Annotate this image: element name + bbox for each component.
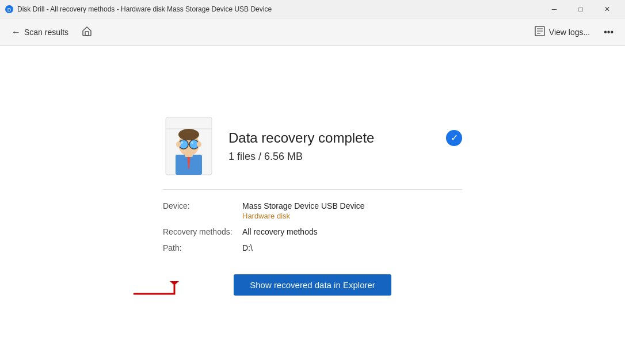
device-label: Device: xyxy=(163,201,238,210)
recovery-methods-label: Recovery methods: xyxy=(163,227,238,236)
device-value: Mass Storage Device USB Device xyxy=(242,201,364,210)
path-label: Path: xyxy=(163,243,238,252)
app-icon: D xyxy=(5,5,14,14)
card-title-section: Data recovery complete ✓ 1 files / 6.56 … xyxy=(228,130,462,163)
details-section: Device: Mass Storage Device USB Device H… xyxy=(163,201,462,252)
svg-text:D: D xyxy=(7,7,12,13)
path-value: D:\ xyxy=(242,243,253,252)
svg-point-19 xyxy=(176,141,181,147)
svg-point-13 xyxy=(178,129,199,140)
window-title: Disk Drill - All recovery methods - Hard… xyxy=(17,5,541,13)
arrow-icon xyxy=(128,271,197,300)
maximize-button[interactable]: □ xyxy=(567,0,594,18)
svg-marker-21 xyxy=(170,281,179,285)
recovery-methods-value: All recovery methods xyxy=(242,227,318,236)
card-header: Data recovery complete ✓ 1 files / 6.56 … xyxy=(163,114,462,190)
recovery-title: Data recovery complete xyxy=(228,130,374,146)
button-section: Show recovered data in Explorer xyxy=(163,274,462,296)
success-check-icon: ✓ xyxy=(446,130,462,146)
main-content: Data recovery complete ✓ 1 files / 6.56 … xyxy=(0,46,625,364)
svg-point-18 xyxy=(191,141,193,144)
toolbar-right: View logs... ••• xyxy=(529,24,618,40)
home-button[interactable] xyxy=(78,22,96,42)
back-button[interactable]: ← Scan results xyxy=(7,25,73,40)
svg-point-17 xyxy=(181,141,183,144)
home-icon xyxy=(81,25,93,39)
more-options-button[interactable]: ••• xyxy=(599,25,618,40)
toolbar: ← Scan results View logs... xyxy=(0,18,625,46)
svg-rect-2 xyxy=(85,32,89,36)
arrow-indicator xyxy=(128,271,197,300)
back-arrow-icon: ← xyxy=(12,27,21,37)
show-explorer-button[interactable]: Show recovered data in Explorer xyxy=(234,274,391,296)
path-row: Path: D:\ xyxy=(163,243,462,252)
recovery-card: Data recovery complete ✓ 1 files / 6.56 … xyxy=(140,97,485,313)
device-row: Device: Mass Storage Device USB Device H… xyxy=(163,201,462,220)
recovery-subtitle: 1 files / 6.56 MB xyxy=(228,151,462,163)
avatar xyxy=(163,114,215,178)
logs-icon xyxy=(534,26,546,38)
recovery-methods-row: Recovery methods: All recovery methods xyxy=(163,227,462,236)
back-label: Scan results xyxy=(24,28,68,37)
card-title-row: Data recovery complete ✓ xyxy=(228,130,462,146)
device-value-block: Mass Storage Device USB Device Hardware … xyxy=(242,201,364,220)
svg-point-20 xyxy=(197,141,201,147)
toolbar-left: ← Scan results xyxy=(7,22,529,42)
view-logs-label: View logs... xyxy=(549,28,590,37)
view-logs-button[interactable]: View logs... xyxy=(529,24,594,40)
titlebar: D Disk Drill - All recovery methods - Ha… xyxy=(0,0,625,18)
close-button[interactable]: ✕ xyxy=(594,0,620,18)
device-secondary: Hardware disk xyxy=(242,212,364,220)
minimize-button[interactable]: ─ xyxy=(541,0,567,18)
window-controls: ─ □ ✕ xyxy=(541,0,620,18)
